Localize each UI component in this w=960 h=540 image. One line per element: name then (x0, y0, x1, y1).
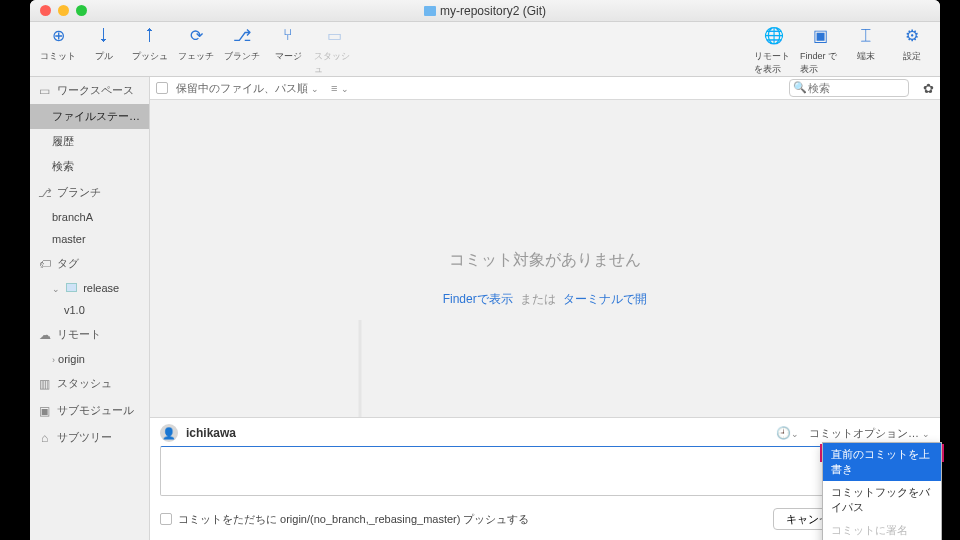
sidebar: ▭ ワークスペース ファイルステー… 履歴 検索 ⎇ ブランチ branchA … (30, 77, 150, 540)
toolbar-label: Finder で表示 (800, 50, 840, 76)
fetch-icon: ⟳ (183, 22, 209, 48)
toolbar-fetch-button[interactable]: ⟳フェッチ (176, 22, 216, 76)
open-terminal-link[interactable]: ターミナルで開 (563, 292, 647, 306)
commit-options-dropdown[interactable]: コミットオプション… ⌄ (809, 426, 930, 441)
open-finder-link[interactable]: Finderで表示 (443, 292, 513, 306)
stash-icon: ▥ (38, 377, 51, 390)
search-input[interactable] (789, 79, 909, 97)
titlebar: my-repository2 (Git) (30, 0, 940, 22)
filebar: 保留中のファイル、パス順 ⌄ ≡ ⌄ 🔍 ✿ (150, 77, 940, 100)
author-name: ichikawa (186, 426, 236, 440)
submodule-icon: ▣ (38, 404, 51, 417)
toolbar-merge-button[interactable]: ⑂マージ (268, 22, 308, 76)
toolbar-label: フェッチ (178, 50, 214, 63)
push-immediately-checkbox[interactable] (160, 513, 172, 525)
push-immediately-label: コミットをただちに origin/(no_branch,_rebasing_ma… (178, 512, 530, 527)
path-sort-dropdown[interactable]: 保留中のファイル、パス順 ⌄ (176, 81, 319, 96)
search-field[interactable]: 🔍 (789, 79, 909, 97)
toolbar-finder-show-button[interactable]: ▣Finder で表示 (800, 22, 840, 76)
folder-icon (66, 283, 77, 292)
commit-icon: ⊕ (45, 22, 71, 48)
sidebar-item-origin[interactable]: › origin (30, 348, 149, 370)
sidebar-section-submodules[interactable]: ▣ サブモジュール (30, 397, 149, 424)
menu-item-bypass[interactable]: コミットフックをバイパス (823, 481, 941, 519)
chevron-down-icon: ⌄ (52, 284, 60, 294)
menu-item-amend[interactable]: 直前のコミットを上書き (823, 443, 941, 481)
sidebar-section-workspace[interactable]: ▭ ワークスペース (30, 77, 149, 104)
toolbar-label: スタッシュ (314, 50, 354, 76)
main-panel: 保留中のファイル、パス順 ⌄ ≡ ⌄ 🔍 ✿ コミット対象がありません Find… (150, 77, 940, 540)
branch-icon: ⎇ (229, 22, 255, 48)
sidebar-section-remotes[interactable]: ☁ リモート (30, 321, 149, 348)
toolbar-label: プッシュ (132, 50, 168, 63)
folder-icon (424, 6, 436, 16)
sidebar-item-v1.0[interactable]: v1.0 (30, 299, 149, 321)
sidebar-section-subtree[interactable]: ⌂ サブツリー (30, 424, 149, 451)
window-title: my-repository2 (Git) (440, 4, 546, 18)
toolbar-label: 設定 (903, 50, 921, 63)
chevron-right-icon: › (52, 355, 55, 365)
chevron-down-icon: ⌄ (922, 429, 930, 439)
toolbar-pull-button[interactable]: ⭣プル (84, 22, 124, 76)
subtree-icon: ⌂ (38, 431, 51, 444)
avatar: 👤 (160, 424, 178, 442)
sidebar-section-branches[interactable]: ⎇ ブランチ (30, 179, 149, 206)
sidebar-item-filestatus[interactable]: ファイルステー… (30, 104, 149, 129)
select-all-checkbox[interactable] (156, 82, 168, 94)
toolbar-label: プル (95, 50, 113, 63)
toolbar-label: マージ (275, 50, 302, 63)
toolbar-branch-button[interactable]: ⎇ブランチ (222, 22, 262, 76)
toolbar-label: ブランチ (224, 50, 260, 63)
empty-state-title: コミット対象がありません (449, 250, 641, 271)
chevron-down-icon: ⌄ (311, 84, 319, 94)
view-mode-dropdown[interactable]: ≡ ⌄ (331, 82, 348, 94)
toolbar-label: 端末 (857, 50, 875, 63)
sidebar-item-master[interactable]: master (30, 228, 149, 250)
commit-message-input[interactable] (160, 446, 930, 496)
sidebar-item-search[interactable]: 検索 (30, 154, 149, 179)
gear-icon[interactable]: ✿ (923, 81, 934, 96)
settings-icon: ⚙ (899, 22, 925, 48)
sidebar-section-stash[interactable]: ▥ スタッシュ (30, 370, 149, 397)
toolbar-remote-show-button[interactable]: 🌐リモートを表示 (754, 22, 794, 76)
terminal-icon: ⌶ (853, 22, 879, 48)
stash-icon: ▭ (321, 22, 347, 48)
toolbar-label: リモートを表示 (754, 50, 794, 76)
toolbar-push-button[interactable]: ⭡プッシュ (130, 22, 170, 76)
finder-show-icon: ▣ (807, 22, 833, 48)
sidebar-item-branchA[interactable]: branchA (30, 206, 149, 228)
content-area: コミット対象がありません Finderで表示 または ターミナルで開 (150, 100, 940, 417)
monitor-icon: ▭ (38, 84, 51, 97)
menu-item-sign: コミットに署名 (823, 519, 941, 540)
commit-panel: 👤 ichikawa 🕘⌄ コミットオプション… ⌄ コミットをただちに ori… (150, 417, 940, 540)
sidebar-section-tags[interactable]: 🏷 タグ (30, 250, 149, 277)
tag-icon: 🏷 (38, 257, 51, 270)
empty-state-links: Finderで表示 または ターミナルで開 (439, 291, 652, 308)
branch-icon: ⎇ (38, 186, 51, 199)
pull-icon: ⭣ (91, 22, 117, 48)
toolbar-stash-button[interactable]: ▭スタッシュ (314, 22, 354, 76)
commit-options-menu: 直前のコミットを上書きコミットフックをバイパスコミットに署名署名プル リクエスト… (822, 442, 942, 540)
chevron-down-icon: ⌄ (341, 84, 349, 94)
toolbar-commit-button[interactable]: ⊕コミット (38, 22, 78, 76)
toolbar: ⊕コミット⭣プル⭡プッシュ⟳フェッチ⎇ブランチ⑂マージ▭スタッシュ 🌐リモートを… (30, 22, 940, 77)
search-icon: 🔍 (793, 81, 807, 94)
sidebar-item-release[interactable]: ⌄ release (30, 277, 149, 299)
merge-icon: ⑂ (275, 22, 301, 48)
remote-show-icon: 🌐 (761, 22, 787, 48)
toolbar-label: コミット (40, 50, 76, 63)
push-icon: ⭡ (137, 22, 163, 48)
toolbar-settings-button[interactable]: ⚙設定 (892, 22, 932, 76)
app-window: my-repository2 (Git) ⊕コミット⭣プル⭡プッシュ⟳フェッチ⎇… (30, 0, 940, 540)
cloud-icon: ☁ (38, 328, 51, 341)
toolbar-terminal-button[interactable]: ⌶端末 (846, 22, 886, 76)
history-icon[interactable]: 🕘⌄ (776, 426, 799, 440)
sidebar-item-history[interactable]: 履歴 (30, 129, 149, 154)
